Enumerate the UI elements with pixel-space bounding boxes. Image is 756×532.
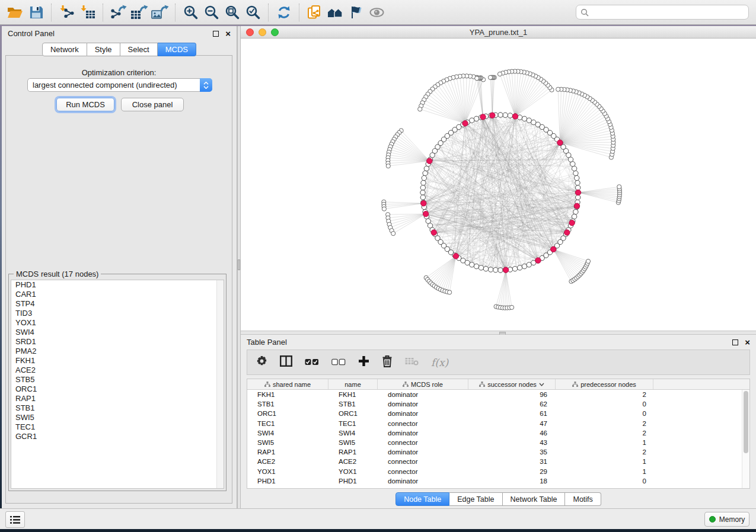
dropdown-stepper-icon[interactable]	[200, 78, 212, 92]
mcds-result-item[interactable]: TID3	[11, 309, 224, 318]
sort-chevron-icon[interactable]	[539, 383, 544, 386]
table-row-SWI4[interactable]: SWI4SWI4dominator462	[247, 428, 749, 438]
mcds-result-item[interactable]: SWI4	[11, 328, 224, 337]
tab-select[interactable]: Select	[120, 43, 158, 56]
tab-style[interactable]: Style	[87, 43, 120, 56]
column-header-shared-name[interactable]: shared name	[247, 379, 328, 389]
zoom-out-icon[interactable]	[201, 3, 222, 22]
mcds-result-item[interactable]: STB1	[11, 403, 224, 413]
cell-name: RAP1	[328, 447, 378, 457]
run-mcds-button[interactable]: Run MCDS	[56, 98, 114, 111]
optimization-criterion-dropdown[interactable]: largest connected component (undirected)	[27, 78, 212, 92]
import-network-icon[interactable]	[56, 3, 77, 22]
scrollbar-thumb[interactable]	[744, 391, 748, 453]
network-overview-icon[interactable]	[325, 3, 346, 22]
mcds-result-item[interactable]: YOX1	[11, 318, 224, 328]
table-row-RAP1[interactable]: RAP1RAP1dominator352	[247, 447, 749, 457]
search-input[interactable]	[592, 8, 744, 17]
tab-network[interactable]: Network	[42, 43, 87, 56]
cell-predecessor-nodes: 0	[556, 476, 653, 486]
deselect-all-rows-icon[interactable]	[331, 357, 346, 368]
table-row-ACE2[interactable]: ACE2ACE2connector311	[247, 457, 749, 466]
select-all-rows-icon[interactable]	[305, 357, 319, 368]
network-titlebar[interactable]: YPA_prune.txt_1	[241, 26, 756, 39]
close-panel-button[interactable]: Close panel	[121, 98, 184, 111]
memory-button[interactable]: Memory	[704, 512, 749, 527]
table-tab-network-table[interactable]: Network Table	[503, 492, 566, 506]
table-row-SWI5[interactable]: SWI5SWI5connector431	[247, 438, 749, 447]
table-row-PHD1[interactable]: PHD1PHD1dominator180	[247, 476, 749, 486]
table-row-TEC1[interactable]: TEC1TEC1connector472	[247, 419, 749, 428]
mcds-result-item[interactable]: PMA2	[11, 347, 224, 356]
window-close-icon[interactable]	[246, 28, 254, 36]
refresh-icon[interactable]	[273, 3, 294, 22]
task-history-button[interactable]	[5, 511, 25, 528]
mcds-result-list[interactable]: PHD1CAR1STP4TID3YOX1SWI4SRD1PMA2FKH1ACE2…	[11, 280, 224, 489]
cell-name: SWI4	[328, 428, 378, 438]
close-panel-icon[interactable]: ×	[745, 339, 750, 345]
table-row-YOX1[interactable]: YOX1YOX1connector291	[247, 467, 749, 476]
mcds-result-item[interactable]: PHD1	[11, 280, 224, 290]
create-column-icon[interactable]	[358, 355, 369, 369]
optimization-criterion-label: Optimization criterion:	[6, 68, 232, 77]
column-header-predecessor-nodes[interactable]: predecessor nodes	[556, 379, 653, 389]
search-field[interactable]	[576, 5, 749, 20]
hide-visual-icon[interactable]	[346, 3, 366, 22]
splitter-grip[interactable]	[238, 259, 240, 270]
mcds-result-item[interactable]: STP4	[11, 299, 224, 309]
table-tab-node-table[interactable]: Node Table	[395, 492, 449, 506]
export-network-icon[interactable]	[108, 3, 129, 22]
mcds-result-item[interactable]: STB5	[11, 375, 224, 384]
eye-icon[interactable]	[366, 3, 387, 22]
mcds-result-item[interactable]: RAP1	[11, 394, 224, 403]
zoom-in-icon[interactable]	[180, 3, 201, 22]
table-row-FKH1[interactable]: FKH1FKH1dominator962	[247, 390, 749, 399]
save-session-icon[interactable]	[25, 3, 46, 22]
horizontal-splitter[interactable]	[241, 331, 756, 335]
network-graph[interactable]	[241, 39, 756, 331]
table-row-ORC1[interactable]: ORC1ORC1dominator610	[247, 409, 749, 418]
mcds-result-item[interactable]: ORC1	[11, 384, 224, 394]
table-scrollbar[interactable]	[742, 390, 749, 488]
search-icon	[580, 8, 589, 17]
column-header-MCDS-role[interactable]: MCDS role	[378, 379, 468, 389]
mcds-result-item[interactable]: FKH1	[11, 356, 224, 366]
mcds-result-title: MCDS result (17 nodes)	[14, 270, 101, 278]
table-tab-edge-table[interactable]: Edge Table	[449, 492, 502, 506]
column-header-successor-nodes[interactable]: successor nodes	[468, 379, 556, 389]
window-minimize-icon[interactable]	[259, 28, 266, 36]
table-settings-gear-icon[interactable]	[256, 355, 267, 369]
export-table-icon[interactable]	[129, 3, 149, 22]
mcds-result-item[interactable]: GCR1	[11, 432, 224, 441]
share-document-icon[interactable]	[304, 3, 325, 22]
tab-mcds[interactable]: MCDS	[158, 43, 196, 56]
export-image-icon[interactable]	[149, 3, 170, 22]
float-panel-icon[interactable]	[213, 31, 219, 37]
mcds-list-scrollbar[interactable]	[216, 280, 224, 488]
network-canvas[interactable]	[241, 39, 756, 331]
column-header-name[interactable]: name	[328, 379, 378, 389]
mcds-result-item[interactable]: CAR1	[11, 290, 224, 299]
cell-name: STB1	[328, 399, 378, 409]
cell-shared-name: YOX1	[247, 467, 328, 476]
show-column-panel-icon[interactable]	[280, 355, 292, 369]
mcds-tab-content: Optimization criterion: largest connecte…	[5, 55, 232, 504]
cell-successor-nodes: 31	[468, 457, 556, 466]
window-maximize-icon[interactable]	[271, 28, 279, 36]
cell-name: TEC1	[328, 419, 378, 428]
mcds-result-item[interactable]: SRD1	[11, 337, 224, 347]
float-panel-icon[interactable]	[732, 339, 738, 345]
close-panel-icon[interactable]: ×	[225, 31, 231, 37]
import-table-icon[interactable]	[77, 3, 98, 22]
mcds-result-item[interactable]: ACE2	[11, 366, 224, 375]
zoom-fit-icon[interactable]	[222, 3, 243, 22]
zoom-selected-icon[interactable]	[243, 3, 263, 22]
open-file-icon[interactable]	[5, 3, 25, 22]
delete-column-trash-icon[interactable]	[382, 355, 393, 370]
table-tab-motifs[interactable]: Motifs	[565, 492, 601, 506]
tree-column-icon	[403, 382, 409, 387]
mcds-result-item[interactable]: SWI5	[11, 413, 224, 422]
delete-table-icon-disabled	[405, 357, 419, 368]
table-row-STB1[interactable]: STB1STB1dominator620	[247, 399, 749, 409]
mcds-result-item[interactable]: TEC1	[11, 422, 224, 432]
